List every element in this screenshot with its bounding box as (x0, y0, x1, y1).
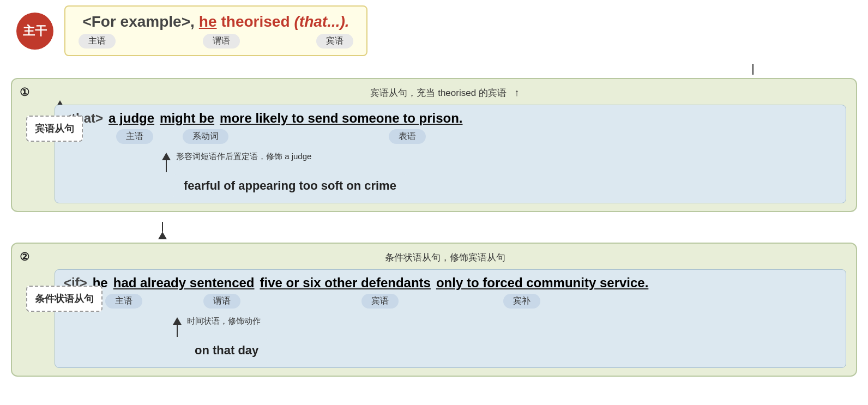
header-word-theorised: theorised (221, 13, 290, 31)
s2-ann-arrow (173, 317, 182, 337)
s1s2-head (158, 232, 167, 239)
main-icon: 主干 (16, 13, 53, 50)
section1-container: ① 宾语从句，充当 theorised 的宾语 ↑ 宾语从句 <that> (11, 78, 857, 212)
s2-pill-service: 宾补 (503, 294, 540, 309)
s1-ann-arrow (162, 153, 171, 172)
section1-float-box: 宾语从句 (26, 116, 83, 142)
s2-pill-he: 主语 (105, 294, 142, 309)
s2-pill-defendants: 宾语 (361, 294, 399, 309)
s1-label-judge: 主语 (102, 129, 167, 144)
header-area: 主干 <For example>, he theorised (that...)… (16, 5, 863, 56)
s2-ann-text: 时间状语，修饰动作 (187, 316, 261, 327)
s2-pill-sentenced: 谓语 (203, 294, 240, 309)
s1-phrase-text: fearful of appearing too soft on crime (184, 179, 396, 192)
section1-inner-box: <that> a judge might be more likely to s… (55, 105, 846, 203)
s1-label-might-be: 系动词 (167, 129, 244, 144)
header-labels: 主语 谓语 宾语 (79, 34, 353, 49)
s1s2-arrow-cont (158, 222, 167, 239)
section2-top-label-text: 条件状语从句，修饰宾语从句 (385, 252, 505, 263)
header-tag: <For example>, (82, 13, 194, 31)
label-that: 宾语 (316, 34, 353, 49)
s1-ann-text: 形容词短语作后置定语，修饰 a judge (176, 152, 311, 162)
s1-word-more-likely: more likely to send someone to prison. (220, 111, 462, 126)
section1-top-label-text: 宾语从句，充当 theorised 的宾语 (370, 88, 506, 98)
s2-ann-arrowhead (173, 317, 182, 325)
s2-label-service: 宾补 (467, 294, 576, 309)
header-word-he: he (199, 13, 217, 31)
s1-ann-arrowhead (162, 153, 171, 160)
s2-label-defendants: 宾语 (293, 294, 467, 309)
s1-to-s2-arrow (5, 222, 863, 239)
label-he: 主语 (79, 34, 116, 49)
s1-label-more-likely: 表语 (353, 129, 462, 144)
pill-theorised: 谓语 (203, 34, 240, 49)
section2-inner-box: <if> he had already sentenced five or si… (55, 269, 846, 368)
section1-sentence-row: <that> a judge might be more likely to s… (64, 111, 837, 126)
section1-top-label: 宾语从句，充当 theorised 的宾语 ↑ (44, 87, 846, 99)
s2-word-defendants: five or six other defendants (260, 275, 431, 291)
s2-annotation-row: 时间状语，修饰动作 (173, 315, 261, 337)
s1-phrase-box: fearful of appearing too soft on crime (173, 174, 407, 197)
s2-phrase-box: on that day (184, 339, 269, 362)
section2-top-label: 条件状语从句，修饰宾语从句 (44, 251, 846, 264)
s1-ann-arrowline (166, 160, 167, 172)
s2-word-service: only to forced community service. (436, 275, 648, 291)
header-sentence: <For example>, he theorised (that...). (82, 13, 349, 31)
page-layout: 主干 <For example>, he theorised (that...)… (5, 5, 863, 377)
s1-pill-might-be: 系动词 (183, 129, 228, 144)
header-word-that: (that...). (294, 13, 349, 31)
section2-container: ② 条件状语从句，修饰宾语从句 条件状语从句 <if> he had alrea… (11, 243, 857, 377)
s1-word-judge: a judge (108, 111, 154, 126)
icon-text: 主干 (23, 23, 47, 39)
s2-phrase-text: on that day (195, 343, 258, 357)
label-theorised: 谓语 (203, 34, 240, 49)
section1-number: ① (20, 86, 29, 99)
section2-number: ② (20, 250, 29, 263)
s1-annotation: 形容词短语作后置定语，修饰 a judge fearful of appeari… (162, 150, 837, 197)
section1-body: 宾语从句 <that> a judge might be more likely… (22, 105, 846, 203)
s2-ann-arrowline (177, 325, 178, 337)
s2-label-he: 主语 (97, 294, 151, 309)
section2-float-label: 条件状语从句 (35, 293, 94, 304)
s1-labels-row: 主语 系动词 表语 (102, 129, 837, 144)
pill-that: 宾语 (316, 34, 353, 49)
section2-sentence-row: <if> he had already sentenced five or si… (64, 275, 837, 291)
s1-annotation-row: 形容词短语作后置定语，修饰 a judge (162, 150, 311, 172)
s1-pill-more-likely: 表语 (389, 129, 426, 144)
pill-he: 主语 (79, 34, 116, 49)
s1s2-line (162, 222, 163, 232)
header-to-s1-arrow (5, 64, 863, 75)
s1-word-might-be: might be (160, 111, 214, 126)
arrow-right-up: ↑ (515, 87, 520, 98)
s2-word-sentenced: had already sentenced (113, 275, 255, 291)
arrow-connector-top (752, 64, 754, 75)
s1-pill-judge: 主语 (116, 129, 153, 144)
s2-label-sentenced: 谓语 (151, 294, 293, 309)
section1-float-label: 宾语从句 (35, 123, 74, 134)
s2-labels-row: 主语 谓语 宾语 宾补 (97, 294, 837, 309)
s2-annotation: 时间状语，修饰动作 on that day (173, 315, 837, 362)
section2-float-box: 条件状语从句 (26, 286, 103, 312)
arrow-line-top (752, 64, 754, 75)
header-box: <For example>, he theorised (that...). 主… (64, 5, 367, 56)
section2-body: 条件状语从句 <if> he had already sentenced fiv… (22, 269, 846, 368)
